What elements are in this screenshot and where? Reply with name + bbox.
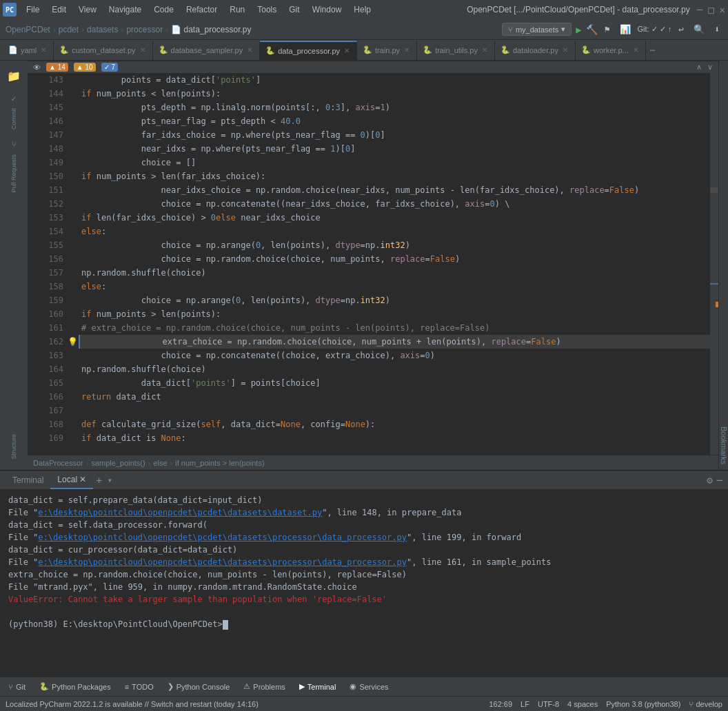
menu-tools[interactable]: Tools — [252, 3, 282, 16]
coverage-button[interactable]: ⚑ — [602, 23, 613, 36]
terminal-link-3[interactable]: e:\desktop\pointcloud\openpcdet\pcdet\da… — [38, 557, 407, 567]
terminal-tab-terminal[interactable]: Terminal — [6, 471, 50, 489]
terminal-toolbar-icon: ▶ — [299, 682, 305, 691]
tab-dp-close[interactable]: ✕ — [343, 47, 351, 54]
add-terminal-button[interactable]: + — [93, 475, 104, 486]
tab-train-utils[interactable]: 🐍 train_utils.py ✕ — [417, 41, 495, 60]
terminal-prompt — [8, 606, 720, 618]
menu-run[interactable]: Run — [224, 3, 250, 16]
expand-panel-icon[interactable]: ∨ — [707, 63, 713, 72]
minimize-button[interactable]: ─ — [697, 4, 702, 15]
tab-train[interactable]: 🐍 train.py ✕ — [357, 41, 417, 60]
terminal-toolbar-label: Terminal — [307, 683, 336, 691]
terminal-panel: Terminal Local ✕ + ▾ ⚙ ─ data_dict = sel… — [0, 470, 728, 677]
encoding[interactable]: UTF-8 — [538, 700, 559, 708]
breadcrumb-dataprocessor[interactable]: DataProcessor — [33, 459, 83, 467]
breadcrumb-app[interactable]: OpenPCDet — [6, 25, 50, 34]
update-icon[interactable]: ⬇ — [711, 23, 722, 36]
cursor-position[interactable]: 162:69 — [489, 700, 512, 708]
search-icon[interactable]: 🔍 — [691, 23, 707, 36]
tab-custom-dataset[interactable]: 🐍 custom_dataset.py ✕ — [54, 41, 152, 60]
line-separator[interactable]: LF — [520, 700, 529, 708]
tab-worker[interactable]: 🐍 worker.p... ✕ — [576, 41, 646, 60]
terminal-tab-local[interactable]: Local ✕ — [50, 471, 93, 489]
menu-navigate[interactable]: Navigate — [103, 3, 147, 16]
toolbar-services[interactable]: ◉ Services — [347, 681, 391, 692]
menu-refactor[interactable]: Refactor — [181, 3, 223, 16]
menu-code[interactable]: Code — [148, 3, 179, 16]
menu-git[interactable]: Git — [283, 3, 305, 16]
code-content[interactable]: points = data_dict['points'] if num_poin… — [79, 73, 710, 455]
toolbar-python-console[interactable]: ❯ Python Console — [165, 681, 233, 692]
tab-custom-icon: 🐍 — [59, 45, 69, 54]
run-build-button[interactable]: 🔨 — [586, 24, 598, 35]
menu-window[interactable]: Window — [307, 3, 347, 16]
minimap-scrollbar[interactable] — [710, 73, 718, 455]
toolbar-git[interactable]: ⑂ Git — [6, 681, 28, 692]
tab-db-close[interactable]: ✕ — [245, 46, 254, 54]
menu-view[interactable]: View — [73, 3, 102, 16]
tab-worker-close[interactable]: ✕ — [631, 46, 640, 54]
breadcrumb-else[interactable]: else — [153, 459, 167, 467]
tab-overflow[interactable]: ⋯ — [646, 45, 659, 55]
terminal-tab-right: ⚙ ─ — [707, 475, 722, 486]
terminal-link-2[interactable]: e:\desktop\pointcloud\openpcdet\pcdet\da… — [38, 533, 407, 542]
breadcrumb-sample-points[interactable]: sample_points() — [91, 459, 145, 467]
status-right: 162:69 LF UTF-8 4 spaces Python 3.8 (pyt… — [489, 700, 722, 708]
line-numbers: 1431441451461471481491501511521531541551… — [28, 73, 69, 455]
sidebar-icon-commit[interactable]: ✓ — [1, 92, 26, 105]
terminal-cursor — [223, 620, 228, 630]
terminal-split-icon[interactable]: ▾ — [105, 475, 115, 485]
terminal-input-line[interactable]: (python38) E:\desktop\PointCloud\OpenPCD… — [8, 618, 720, 630]
maximize-button[interactable]: □ — [708, 4, 714, 15]
branch-icon: ⑂ — [508, 25, 513, 34]
tab-custom-close[interactable]: ✕ — [139, 46, 147, 54]
git-branch[interactable]: ⑂ develop — [689, 700, 722, 708]
terminal-link-1[interactable]: e:\desktop\pointcloud\openpcdet\pcdet\da… — [38, 508, 322, 517]
todo-icon: ≡ — [125, 683, 129, 691]
toolbar-problems[interactable]: ⚠ Problems — [241, 681, 287, 692]
menu-edit[interactable]: Edit — [46, 3, 72, 16]
right-bookmarks[interactable]: Bookmarks — [720, 424, 728, 467]
collapse-panel-icon[interactable]: ∧ — [696, 63, 702, 72]
breadcrumb-processor[interactable]: processor — [126, 25, 163, 34]
tab-train-close[interactable]: ✕ — [403, 46, 411, 54]
menu-help[interactable]: Help — [348, 3, 376, 16]
code-editor: 1431441451461471481491501511521531541551… — [28, 73, 718, 455]
breadcrumb-pcdet[interactable]: pcdet — [59, 25, 79, 34]
close-button[interactable]: ✕ — [720, 4, 725, 15]
run-button[interactable]: ▶ — [576, 24, 581, 35]
tab-dataloader-close[interactable]: ✕ — [561, 46, 569, 54]
terminal-content[interactable]: data_dict = self.prepare_data(data_dict=… — [0, 490, 728, 677]
terminal-close-icon[interactable]: ─ — [717, 475, 722, 486]
breadcrumb-datasets[interactable]: datasets — [87, 25, 118, 34]
menu-file[interactable]: File — [21, 3, 45, 16]
sidebar-icon-pullreq[interactable]: ⑂ — [1, 138, 26, 152]
notification-text[interactable]: Localized PyCharm 2022.1.2 is available … — [6, 700, 259, 708]
toolbar-terminal[interactable]: ▶ Terminal — [296, 681, 339, 692]
terminal-line-8: File "mtrand.pyx", line 959, in numpy.ra… — [8, 581, 720, 593]
tab-trainutils-close[interactable]: ✕ — [481, 46, 489, 54]
toolbar-python-packages[interactable]: 🐍 Python Packages — [37, 681, 114, 692]
terminal-line-5: data_dict = cur_processor(data_dict=data… — [8, 544, 720, 556]
tab-yaml[interactable]: 📄 yaml ✕ — [3, 41, 54, 60]
breadcrumb-file[interactable]: 📄 data_processor.py — [171, 25, 251, 34]
toolbar-todo[interactable]: ≡ TODO — [122, 681, 156, 692]
profile-button[interactable]: 📊 — [617, 23, 634, 36]
breadcrumb-if-condition[interactable]: if num_points > len(points) — [175, 459, 264, 467]
tab-database-sampler[interactable]: 🐍 database_sampler.py ✕ — [153, 41, 261, 60]
window-title: OpenPCDet [.../PointCloud/OpenPCDet] - d… — [467, 5, 690, 14]
branch-selector[interactable]: ⑂ my_datasets ▾ — [502, 23, 572, 36]
terminal-settings-icon[interactable]: ⚙ — [707, 475, 712, 486]
tab-db-label: database_sampler.py — [171, 46, 243, 54]
indent-setting[interactable]: 4 spaces — [567, 700, 598, 708]
python-version[interactable]: Python 3.8 (python38) — [606, 700, 680, 708]
git-toolbar-icon: ⑂ — [8, 683, 13, 691]
sidebar-icon-project[interactable]: 📁 — [1, 63, 26, 88]
undo-button[interactable]: ↩ — [676, 23, 687, 36]
tab-data-processor[interactable]: 🐍 data_processor.py ✕ — [260, 41, 357, 60]
tab-yaml-close[interactable]: ✕ — [39, 46, 48, 54]
pullreq-icon: ⑂ — [12, 140, 17, 150]
tab-dataloader[interactable]: 🐍 dataloader.py ✕ — [495, 41, 576, 60]
right-sidebar-icons: Bookmarks — [718, 61, 728, 470]
